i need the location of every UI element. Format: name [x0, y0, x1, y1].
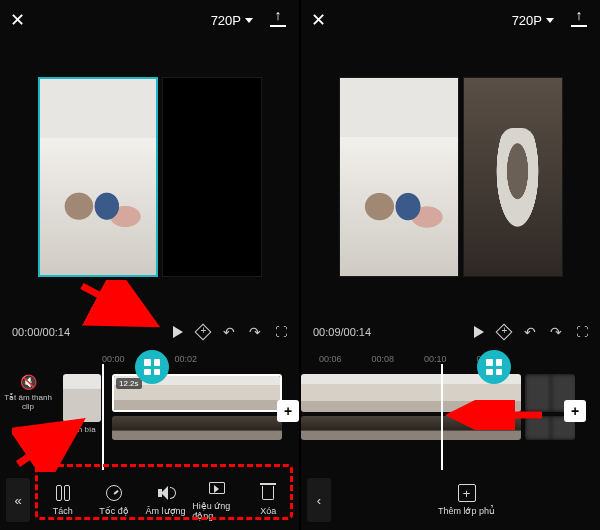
preview-area	[301, 40, 600, 314]
volume-icon: 🔇	[20, 374, 37, 390]
play-icon[interactable]	[474, 326, 484, 338]
cover-label: Ảnh bìa	[68, 425, 95, 434]
timeline[interactable]: 00:00 00:02 🔇 Tắt âm thanh clip Ảnh bìa …	[0, 350, 299, 470]
timeline[interactable]: 00:06 00:08 00:10 00:12	[301, 350, 600, 470]
back-button[interactable]: «	[6, 478, 30, 522]
split-tool[interactable]: Tách	[38, 484, 87, 516]
grid-bubble-icon[interactable]	[477, 350, 511, 384]
close-icon[interactable]: ✕	[10, 9, 25, 31]
undo-icon[interactable]: ↶	[524, 324, 536, 340]
volume-tool-icon	[158, 484, 174, 502]
tool-bar: ‹ + Thêm lớp phủ	[301, 470, 600, 530]
video-track[interactable]: 12.2s	[112, 374, 295, 412]
export-icon[interactable]	[267, 9, 289, 31]
speed-label: Tốc độ	[99, 506, 129, 516]
keyframe-icon[interactable]	[195, 324, 212, 341]
ruler-tick: 00:02	[175, 354, 198, 364]
editor-screen-right: ✕ 720P 00:09/00:14 ↶ ↷ ⛶ 00:06 00:08 00:…	[301, 0, 600, 530]
redo-icon[interactable]: ↷	[249, 324, 261, 340]
resolution-label: 720P	[512, 13, 542, 28]
delete-tool[interactable]: Xóa	[244, 484, 293, 516]
grid-bubble-icon[interactable]	[135, 350, 169, 384]
time-ruler: 00:06 00:08 00:10 00:12	[301, 352, 600, 366]
effect-label: Hiệu ứng động	[192, 501, 241, 521]
time-display: 00:09/00:14	[313, 326, 371, 338]
volume-tool[interactable]: Âm lượng	[141, 484, 190, 516]
play-icon[interactable]	[173, 326, 183, 338]
video-clip-selected[interactable]: 12.2s	[112, 374, 282, 412]
add-clip-button[interactable]: +	[564, 400, 586, 422]
preview-clip-overlay[interactable]	[463, 77, 563, 277]
fullscreen-icon[interactable]: ⛶	[576, 325, 588, 339]
preview-clip[interactable]	[339, 77, 459, 277]
resolution-label: 720P	[211, 13, 241, 28]
resolution-selector[interactable]: 720P	[512, 13, 554, 28]
export-icon[interactable]	[568, 9, 590, 31]
ruler-tick: 00:06	[319, 354, 342, 364]
duration-badge: 12.2s	[116, 378, 142, 389]
speed-tool[interactable]: Tốc độ	[89, 484, 138, 516]
overlay-track[interactable]	[112, 416, 295, 440]
split-icon	[56, 484, 70, 502]
close-icon[interactable]: ✕	[311, 9, 326, 31]
delete-label: Xóa	[260, 506, 276, 516]
effect-tool[interactable]: Hiệu ứng động	[192, 479, 241, 521]
ruler-tick: 00:08	[372, 354, 395, 364]
overlay-clip[interactable]	[301, 416, 521, 440]
keyframe-icon[interactable]	[496, 324, 513, 341]
chevron-down-icon	[546, 18, 554, 23]
ruler-tick: 00:10	[424, 354, 447, 364]
cover-button[interactable]: Ảnh bìa	[58, 374, 106, 434]
volume-label: Âm lượng	[146, 506, 186, 516]
undo-icon[interactable]: ↶	[223, 324, 235, 340]
chevron-down-icon	[245, 18, 253, 23]
back-button[interactable]: ‹	[307, 478, 331, 522]
playback-controls: 00:09/00:14 ↶ ↷ ⛶	[301, 314, 600, 350]
preview-clip-selected[interactable]	[38, 77, 158, 277]
video-track[interactable]	[301, 374, 596, 412]
ruler-tick: 00:00	[102, 354, 125, 364]
top-bar: ✕ 720P	[0, 0, 299, 40]
overlay-clip[interactable]	[112, 416, 282, 440]
time-display: 00:00/00:14	[12, 326, 70, 338]
cover-thumbnail	[63, 374, 101, 422]
tool-bar: « Tách Tốc độ Âm lượng Hiệu ứng động Xóa	[0, 470, 299, 530]
preview-area	[0, 40, 299, 314]
mute-clip-button[interactable]: 🔇 Tắt âm thanh clip	[4, 374, 52, 411]
playhead[interactable]	[441, 364, 443, 470]
mute-label: Tắt âm thanh clip	[4, 393, 52, 411]
top-bar: ✕ 720P	[301, 0, 600, 40]
redo-icon[interactable]: ↷	[550, 324, 562, 340]
speed-icon	[106, 484, 122, 502]
fullscreen-icon[interactable]: ⛶	[275, 325, 287, 339]
split-label: Tách	[53, 506, 73, 516]
trash-icon	[262, 484, 274, 502]
overlay-track[interactable]	[301, 416, 596, 440]
add-clip-button[interactable]: +	[277, 400, 299, 422]
effect-icon	[209, 479, 225, 497]
preview-clip-empty[interactable]	[162, 77, 262, 277]
playhead[interactable]	[102, 364, 104, 470]
editor-screen-left: ✕ 720P 00:00/00:14 ↶ ↷ ⛶ 00:00 00:02	[0, 0, 299, 530]
overlay-label: Thêm lớp phủ	[438, 506, 495, 516]
add-overlay-tool[interactable]: + Thêm lớp phủ	[339, 484, 594, 516]
playback-controls: 00:00/00:14 ↶ ↷ ⛶	[0, 314, 299, 350]
plus-box-icon: +	[458, 484, 476, 502]
resolution-selector[interactable]: 720P	[211, 13, 253, 28]
